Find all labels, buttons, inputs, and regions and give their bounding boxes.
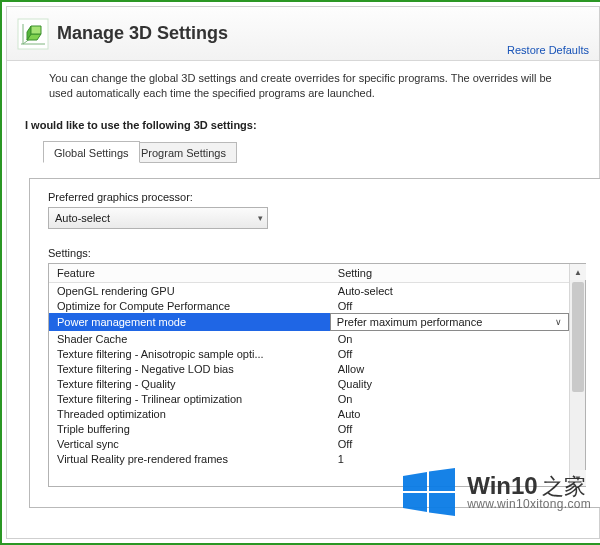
setting-cell[interactable]: Off [330,346,569,361]
description-text: You can change the global 3D settings an… [7,61,599,111]
table-row[interactable]: Triple bufferingOff [49,421,569,436]
settings-label: Settings: [48,247,586,259]
scroll-down-icon[interactable]: ▼ [570,470,586,486]
table-row[interactable]: OpenGL rendering GPUAuto-select [49,283,569,299]
tab-page-global: Preferred graphics processor: Auto-selec… [29,178,600,508]
setting-cell[interactable]: Allow [330,361,569,376]
chevron-down-icon: ∨ [555,317,562,327]
table-row[interactable]: Threaded optimizationAuto [49,406,569,421]
setting-dropdown[interactable]: Prefer maximum performance∨ [330,313,569,331]
setting-cell[interactable]: Quality [330,376,569,391]
setting-cell[interactable]: Off [330,298,569,313]
table-row[interactable]: Power management modePrefer maximum perf… [49,313,569,331]
setting-cell[interactable]: Auto-select [330,283,569,299]
page-title: Manage 3D Settings [57,23,228,44]
svg-marker-6 [31,26,41,34]
preferred-processor-value: Auto-select [55,212,110,224]
feature-cell: Texture filtering - Quality [49,376,330,391]
tab-strip: Global Settings Program Settings [29,141,577,163]
scroll-up-icon[interactable]: ▲ [570,264,586,280]
setting-cell[interactable]: Off [330,421,569,436]
feature-cell: Triple buffering [49,421,330,436]
header-bar: Manage 3D Settings Restore Defaults [7,7,599,61]
settings-table-scroll: Feature Setting OpenGL rendering GPUAuto… [49,264,569,486]
chevron-down-icon: ▾ [258,213,263,223]
panel: Manage 3D Settings Restore Defaults You … [6,6,600,539]
feature-cell: Shader Cache [49,331,330,346]
feature-cell: Power management mode [49,313,330,331]
tab-program-settings[interactable]: Program Settings [131,142,237,163]
feature-cell: Threaded optimization [49,406,330,421]
section-heading: I would like to use the following 3D set… [7,111,599,141]
feature-cell: Optimize for Compute Performance [49,298,330,313]
col-feature[interactable]: Feature [49,264,330,283]
table-row[interactable]: Texture filtering - Anisotropic sample o… [49,346,569,361]
settings-table: Feature Setting OpenGL rendering GPUAuto… [49,264,569,466]
setting-cell[interactable]: On [330,331,569,346]
col-setting[interactable]: Setting [330,264,569,283]
settings-header-row: Feature Setting [49,264,569,283]
table-row[interactable]: Texture filtering - Trilinear optimizati… [49,391,569,406]
tab-global-settings[interactable]: Global Settings [43,141,140,163]
setting-cell[interactable]: Prefer maximum performance∨ [330,313,569,331]
table-row[interactable]: Shader CacheOn [49,331,569,346]
table-row[interactable]: Vertical syncOff [49,436,569,451]
setting-cell[interactable]: Off [330,436,569,451]
feature-cell: Vertical sync [49,436,330,451]
table-row[interactable]: Texture filtering - Negative LOD biasAll… [49,361,569,376]
feature-cell: Texture filtering - Anisotropic sample o… [49,346,330,361]
table-row[interactable]: Virtual Reality pre-rendered frames1 [49,451,569,466]
preferred-processor-label: Preferred graphics processor: [48,191,586,203]
setting-cell[interactable]: Auto [330,406,569,421]
app-frame: Manage 3D Settings Restore Defaults You … [0,0,600,545]
cube-3d-icon [17,18,49,50]
settings-table-container: Feature Setting OpenGL rendering GPUAuto… [48,263,586,487]
table-row[interactable]: Optimize for Compute PerformanceOff [49,298,569,313]
feature-cell: Texture filtering - Negative LOD bias [49,361,330,376]
setting-cell[interactable]: On [330,391,569,406]
scroll-thumb[interactable] [572,282,584,392]
scrollbar-vertical[interactable]: ▲ ▼ [569,264,585,486]
setting-cell[interactable]: 1 [330,451,569,466]
feature-cell: Texture filtering - Trilinear optimizati… [49,391,330,406]
setting-value: Prefer maximum performance [337,316,483,328]
feature-cell: Virtual Reality pre-rendered frames [49,451,330,466]
preferred-processor-dropdown[interactable]: Auto-select ▾ [48,207,268,229]
table-row[interactable]: Texture filtering - QualityQuality [49,376,569,391]
restore-defaults-link[interactable]: Restore Defaults [507,44,589,56]
feature-cell: OpenGL rendering GPU [49,283,330,299]
